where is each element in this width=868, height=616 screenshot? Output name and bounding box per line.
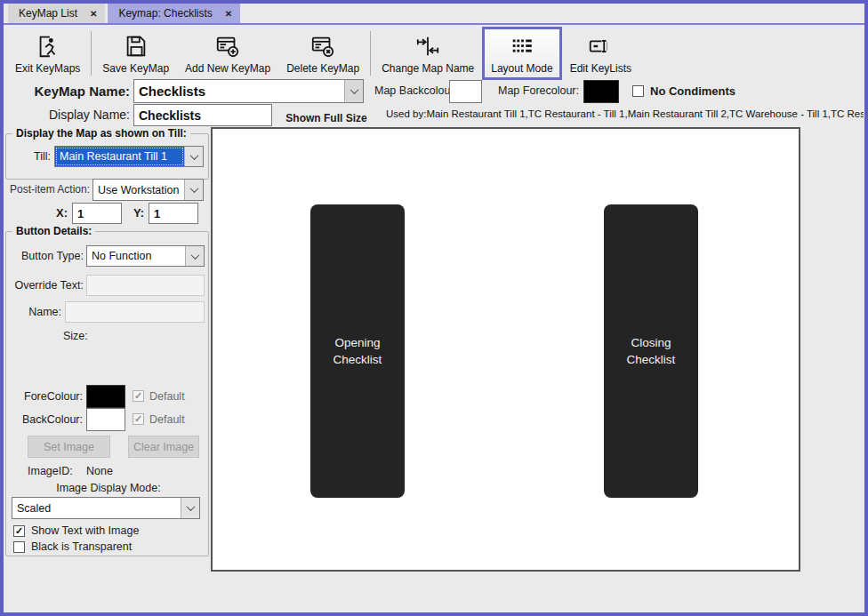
shown-full-size-label: Shown Full Size bbox=[270, 112, 382, 124]
set-image-button[interactable]: Set Image bbox=[28, 436, 110, 458]
forecolour-default-label: Default bbox=[149, 385, 185, 408]
y-label: Y: bbox=[125, 203, 144, 224]
layout-mode-button[interactable]: Layout Mode bbox=[482, 27, 561, 80]
button-type-value: No Function bbox=[87, 246, 185, 266]
forecolour-default-checkbox[interactable]: ✓ bbox=[133, 390, 144, 402]
map-backcolour-swatch[interactable] bbox=[449, 80, 482, 103]
backcolour-default-label: Default bbox=[149, 408, 185, 431]
button-type-label: Button Type: bbox=[6, 245, 84, 267]
button-details-title: Button Details: bbox=[12, 225, 95, 237]
toolbar-button-label: Add New KeyMap bbox=[185, 62, 270, 75]
override-text-label: Override Text: bbox=[6, 275, 84, 296]
no-condiments-checkbox[interactable] bbox=[632, 85, 644, 97]
used-by-value: Main Restaurant Till 1,TC Restaurant - T… bbox=[426, 108, 864, 119]
keymap-button-opening-checklist[interactable]: Opening Checklist bbox=[310, 204, 405, 498]
keymap-name-select[interactable]: Checklists bbox=[133, 79, 364, 103]
toolbar-button-label: Change Map Name bbox=[382, 62, 474, 75]
tab-keymap-list[interactable]: KeyMap List ✕ bbox=[8, 4, 105, 23]
close-icon[interactable]: ✕ bbox=[90, 9, 97, 19]
change-map-name-button[interactable]: Change Map Name bbox=[374, 27, 482, 80]
layout-mode-icon bbox=[509, 33, 535, 60]
size-label: Size: bbox=[63, 330, 88, 342]
chevron-down-icon[interactable] bbox=[184, 147, 203, 166]
post-item-action-value: Use Workstation bbox=[93, 180, 184, 200]
display-name-input[interactable]: Checklists bbox=[133, 104, 272, 126]
keymap-button-line2: Checklist bbox=[627, 353, 676, 366]
keymap-name-label: KeyMap Name: bbox=[4, 79, 130, 103]
delete-keymap-icon bbox=[309, 33, 336, 60]
till-value: Main Restaurant Till 1 bbox=[55, 147, 184, 166]
keymap-button-line1: Closing bbox=[631, 336, 671, 349]
name-input[interactable] bbox=[65, 301, 205, 323]
display-name-label: Display Name: bbox=[4, 104, 130, 126]
backcolour-swatch[interactable] bbox=[86, 408, 125, 431]
show-text-with-image-label: Show Text with Image bbox=[31, 524, 139, 538]
toolbar-button-label: Save KeyMap bbox=[102, 62, 169, 75]
backcolour-default-checkbox[interactable]: ✓ bbox=[133, 413, 144, 425]
tab-label: Keymap: Checklists bbox=[118, 7, 212, 20]
show-text-with-image-checkbox[interactable]: ✓ bbox=[13, 525, 25, 537]
toolbar-button-label: Edit KeyLists bbox=[570, 62, 631, 75]
till-select[interactable]: Main Restaurant Till 1 bbox=[54, 146, 204, 167]
tab-keymap-checklists[interactable]: Keymap: Checklists ✕ bbox=[108, 4, 240, 23]
x-label: X: bbox=[48, 203, 68, 224]
toolbar: Exit KeyMaps Save KeyMap bbox=[4, 27, 864, 80]
backcolour-label: BackColour: bbox=[6, 408, 83, 431]
image-display-mode-label: Image Display Mode: bbox=[24, 482, 193, 494]
imageid-value: None bbox=[86, 465, 113, 477]
keymap-button-line2: Checklist bbox=[334, 353, 382, 366]
toolbar-button-label: Delete KeyMap bbox=[286, 62, 359, 75]
chevron-down-icon[interactable] bbox=[184, 180, 203, 200]
save-icon bbox=[123, 33, 149, 60]
keymap-button-line1: Opening bbox=[334, 336, 380, 349]
forecolour-swatch[interactable] bbox=[86, 385, 125, 408]
map-forecolour-label: Map Forecolour: bbox=[498, 79, 579, 103]
button-type-select[interactable]: No Function bbox=[86, 245, 205, 267]
exit-icon bbox=[35, 33, 61, 60]
post-item-action-select[interactable]: Use Workstation bbox=[92, 179, 204, 201]
close-icon[interactable]: ✕ bbox=[225, 9, 232, 19]
no-condiments-label: No Condiments bbox=[650, 80, 735, 103]
toolbar-separator bbox=[370, 31, 371, 76]
black-is-transparent-label: Black is Transparent bbox=[31, 540, 132, 554]
edit-keylists-button[interactable]: Edit KeyLists bbox=[562, 27, 639, 80]
map-backcolour-label: Map Backcolour: bbox=[374, 79, 457, 103]
clear-image-button[interactable]: Clear Image bbox=[128, 436, 199, 458]
imageid-label: ImageID: bbox=[28, 465, 73, 477]
y-input[interactable]: 1 bbox=[149, 203, 198, 224]
post-item-action-label: Post-item Action: bbox=[4, 179, 90, 201]
button-details-group: Button Details: Button Type: No Function… bbox=[5, 231, 209, 556]
chevron-down-icon[interactable] bbox=[181, 498, 199, 518]
add-keymap-icon bbox=[214, 33, 241, 60]
save-keymap-button[interactable]: Save KeyMap bbox=[94, 27, 177, 80]
used-by-text: Used by:Main Restaurant Till 1,TC Restau… bbox=[386, 108, 864, 119]
toolbar-button-label: Exit KeyMaps bbox=[15, 62, 80, 75]
add-new-keymap-button[interactable]: Add New KeyMap bbox=[177, 27, 278, 80]
till-group-title: Display the Map as shown on Till: bbox=[12, 127, 190, 140]
tab-label: KeyMap List bbox=[19, 7, 77, 20]
toolbar-separator bbox=[91, 31, 92, 76]
keymap-button-closing-checklist[interactable]: Closing Checklist bbox=[604, 204, 698, 498]
till-group: Display the Map as shown on Till: Till: … bbox=[5, 133, 209, 180]
tab-bar: KeyMap List ✕ Keymap: Checklists ✕ bbox=[4, 4, 864, 25]
exit-keymaps-button[interactable]: Exit KeyMaps bbox=[7, 27, 88, 80]
override-text-input[interactable] bbox=[86, 275, 205, 296]
image-display-mode-select[interactable]: Scaled bbox=[12, 497, 200, 519]
x-input[interactable]: 1 bbox=[72, 203, 122, 224]
till-label: Till: bbox=[6, 146, 51, 167]
map-forecolour-swatch[interactable] bbox=[583, 80, 619, 103]
used-by-label: Used by: bbox=[386, 108, 426, 119]
forecolour-label: ForeColour: bbox=[6, 385, 83, 408]
keymap-name-value: Checklists bbox=[134, 80, 344, 102]
image-display-mode-value: Scaled bbox=[12, 498, 181, 518]
chevron-down-icon[interactable] bbox=[344, 80, 363, 102]
black-is-transparent-checkbox[interactable] bbox=[13, 541, 25, 553]
keymap-canvas[interactable]: Opening Checklist Closing Checklist bbox=[211, 127, 800, 572]
toolbar-button-label: Layout Mode bbox=[491, 62, 552, 75]
keymap-editor-window: KeyMap List ✕ Keymap: Checklists ✕ Exit … bbox=[0, 0, 868, 616]
change-map-name-icon bbox=[414, 33, 441, 60]
delete-keymap-button[interactable]: Delete KeyMap bbox=[278, 27, 367, 80]
name-label: Name: bbox=[6, 301, 61, 323]
chevron-down-icon[interactable] bbox=[185, 246, 204, 266]
edit-keylists-icon bbox=[587, 33, 614, 60]
